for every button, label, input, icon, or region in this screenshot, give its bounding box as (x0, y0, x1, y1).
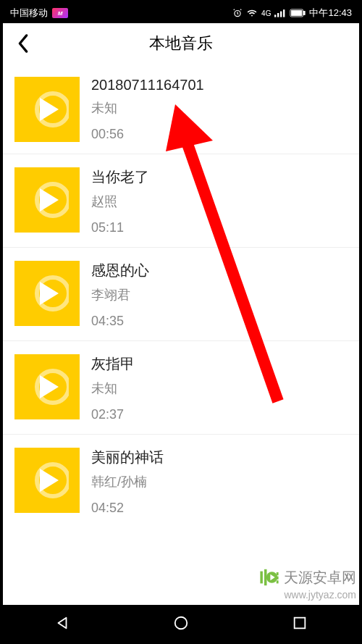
song-list-item[interactable]: 美丽的神话 韩红/孙楠 04:52 (3, 435, 359, 527)
play-icon (25, 459, 69, 502)
song-title: 当你老了 (91, 167, 149, 187)
phone-frame: 中国移动 M 4G 中午12:43 (0, 0, 362, 644)
song-title: 美丽的神话 (91, 448, 164, 467)
svg-rect-22 (295, 618, 306, 629)
watermark-text: 天源安卓网 (284, 568, 356, 587)
back-button[interactable] (12, 32, 35, 55)
song-info: 美丽的神话 韩红/孙楠 04:52 (91, 448, 164, 516)
song-info: 当你老了 赵照 05:11 (91, 167, 149, 235)
song-duration: 02:37 (91, 407, 135, 422)
song-title: 感恩的心 (91, 261, 149, 280)
svg-rect-6 (292, 11, 302, 16)
triangle-back-icon (54, 615, 70, 631)
system-nav-bar (3, 605, 359, 641)
watermark: 天源安卓网 www.jytyaz.com (259, 567, 356, 601)
svg-rect-4 (283, 9, 285, 17)
svg-rect-15 (260, 572, 263, 584)
song-thumbnail (14, 77, 80, 142)
song-artist: 李翊君 (91, 286, 149, 304)
svg-rect-7 (304, 11, 306, 14)
svg-point-21 (175, 617, 188, 630)
song-artist: 未知 (91, 99, 204, 117)
svg-rect-20 (277, 580, 279, 583)
battery-icon (290, 9, 306, 17)
svg-rect-1 (274, 14, 276, 17)
song-thumbnail (14, 261, 80, 326)
svg-point-17 (266, 572, 277, 582)
play-icon (25, 365, 69, 409)
nav-home-button[interactable] (167, 609, 195, 637)
song-info: 感恩的心 李翊君 04:35 (91, 261, 149, 329)
alarm-icon (232, 8, 243, 18)
square-recent-icon (292, 615, 308, 631)
song-list-item[interactable]: 20180711164701 未知 00:56 (3, 64, 359, 154)
status-right: 4G 中午12:43 (232, 7, 352, 20)
status-left: 中国移动 M (10, 7, 68, 20)
song-info: 灰指甲 未知 02:37 (91, 354, 135, 422)
screen: 中国移动 M 4G 中午12:43 (3, 3, 359, 641)
play-icon (25, 272, 69, 315)
chevron-left-icon (17, 34, 30, 53)
watermark-logo-icon (259, 567, 279, 587)
app-badge-icon: M (52, 8, 68, 18)
song-duration: 04:52 (91, 501, 164, 516)
song-title: 灰指甲 (91, 354, 135, 374)
song-thumbnail (14, 448, 80, 513)
song-artist: 未知 (91, 380, 135, 397)
song-thumbnail (14, 354, 80, 419)
status-bar: 中国移动 M 4G 中午12:43 (3, 3, 359, 23)
nav-recent-button[interactable] (285, 609, 314, 637)
wifi-icon (246, 8, 258, 18)
page-title: 本地音乐 (12, 33, 350, 54)
song-title: 20180711164701 (91, 77, 204, 93)
signal-icon (274, 9, 286, 17)
nav-back-button[interactable] (48, 609, 77, 637)
song-artist: 韩红/孙楠 (91, 473, 164, 490)
svg-rect-2 (277, 13, 279, 17)
song-thumbnail (14, 167, 80, 233)
circle-home-icon (173, 615, 189, 631)
song-list-item[interactable]: 感恩的心 李翊君 04:35 (3, 248, 359, 341)
play-icon (25, 88, 69, 131)
song-info: 20180711164701 未知 00:56 (91, 77, 204, 142)
network-label: 4G (261, 9, 271, 17)
svg-rect-19 (277, 577, 279, 580)
song-duration: 00:56 (91, 127, 204, 142)
play-icon (25, 178, 69, 222)
carrier-label: 中国移动 (10, 7, 48, 20)
song-duration: 04:35 (91, 314, 149, 329)
app-header: 本地音乐 (3, 23, 359, 64)
clock: 中午12:43 (309, 7, 352, 20)
song-artist: 赵照 (91, 193, 149, 210)
song-list-item[interactable]: 灰指甲 未知 02:37 (3, 341, 359, 435)
svg-rect-16 (264, 569, 267, 585)
watermark-url: www.jytyaz.com (259, 589, 356, 601)
song-duration: 05:11 (91, 220, 149, 235)
svg-rect-18 (277, 572, 279, 575)
song-list-item[interactable]: 当你老了 赵照 05:11 (3, 154, 359, 248)
svg-rect-3 (280, 12, 282, 17)
song-list: 20180711164701 未知 00:56 当你老了 赵照 05:11 (3, 64, 359, 527)
